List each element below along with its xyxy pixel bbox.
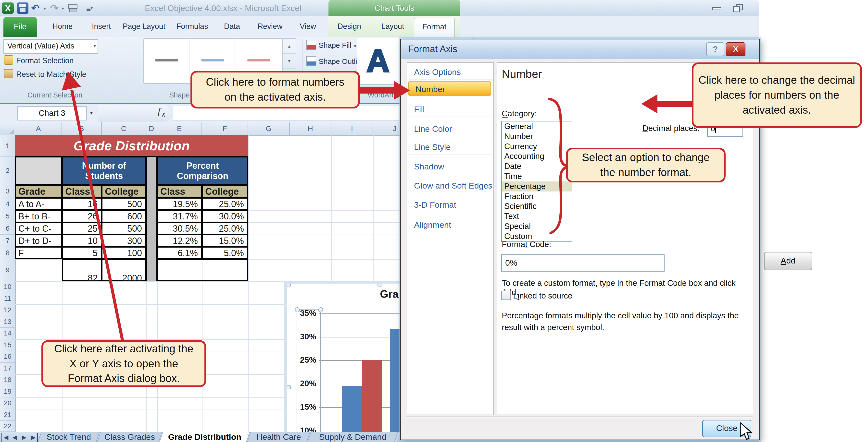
wordart-style-blue[interactable]: A — [360, 40, 396, 82]
category-option-currency[interactable]: Currency — [502, 141, 571, 151]
format-selection-button[interactable]: Format Selection — [4, 55, 73, 67]
row-header-18[interactable]: 18 — [0, 374, 16, 386]
row-header-6[interactable]: 6 — [0, 223, 16, 235]
row-header-5[interactable]: 5 — [0, 210, 16, 223]
sheet-tab-grade-distribution[interactable]: Grade Distribution — [159, 432, 250, 442]
tab-file[interactable]: File — [3, 17, 37, 37]
shape-style-option[interactable] — [144, 39, 190, 82]
column-header-C[interactable]: C — [102, 123, 146, 136]
dialog-title-bar[interactable]: Format Axis — [401, 39, 759, 59]
linked-to-source-checkbox[interactable] — [501, 291, 510, 300]
dialog-nav-number[interactable]: Number — [408, 81, 491, 96]
window-minimize-button[interactable] — [709, 3, 724, 13]
row-header-20[interactable]: 20 — [0, 398, 16, 409]
row-header-4[interactable]: 4 — [0, 198, 16, 210]
row-header-10[interactable]: 10 — [0, 281, 16, 293]
chevron-down-icon[interactable]: ▾ — [93, 40, 96, 53]
category-option-special[interactable]: Special — [502, 222, 571, 231]
column-header-D[interactable]: D — [146, 123, 157, 136]
column-header-G[interactable]: G — [248, 123, 290, 136]
first-sheet-icon[interactable]: ◀ — [1, 433, 10, 442]
tab-format[interactable]: Format — [414, 18, 455, 37]
tab-formulas[interactable]: Formulas — [173, 16, 212, 37]
dialog-nav-alignment[interactable]: Alignment — [407, 217, 493, 232]
bar-college-0[interactable] — [362, 360, 382, 442]
next-sheet-icon[interactable]: ▶ — [20, 433, 28, 442]
category-option-fraction[interactable]: Fraction — [502, 192, 571, 202]
category-option-number[interactable]: Number — [502, 132, 571, 141]
row-header-13[interactable]: 13 — [0, 316, 16, 328]
tab-design[interactable]: Design — [332, 16, 367, 37]
name-box-dropdown-icon[interactable]: ▾ — [86, 106, 97, 120]
close-button[interactable]: Close — [702, 420, 751, 437]
add-button[interactable]: Add — [764, 252, 812, 270]
tab-insert[interactable]: Insert — [88, 16, 115, 37]
row-header-19[interactable]: 19 — [0, 386, 16, 398]
column-header-E[interactable]: E — [157, 123, 202, 136]
sheet-tab-supply-demand[interactable]: Supply & Demand — [307, 432, 398, 442]
selection-handle[interactable] — [318, 307, 323, 312]
category-option-date[interactable]: Date — [502, 161, 571, 171]
row-header-17[interactable]: 17 — [0, 363, 16, 374]
category-option-time[interactable]: Time — [502, 171, 571, 181]
column-header-B[interactable]: B — [62, 123, 102, 136]
chart-frame-handle[interactable] — [286, 282, 291, 286]
category-option-general[interactable]: General — [502, 122, 571, 132]
row-header-14[interactable]: 14 — [0, 328, 16, 339]
column-header-A[interactable]: A — [15, 123, 62, 136]
row-header-22[interactable]: 22 — [0, 421, 16, 432]
gallery-scroll-down-icon[interactable]: ▾ — [283, 54, 296, 69]
previous-sheet-icon[interactable]: ◀ — [11, 433, 19, 442]
redo-dropdown-icon[interactable]: ▾ — [62, 6, 64, 11]
gallery-scroll-up-icon[interactable]: ▴ — [283, 39, 296, 54]
row-header-11[interactable]: 11 — [0, 293, 16, 305]
dialog-nav-line-color[interactable]: Line Color — [407, 121, 493, 136]
sheet-tab-health-care[interactable]: Health Care — [247, 432, 310, 442]
undo-dropdown-icon[interactable]: ▾ — [43, 6, 46, 11]
category-option-scientific[interactable]: Scientific — [502, 201, 571, 211]
insert-function-icon[interactable]: ƒx — [157, 105, 165, 118]
chart-elements-combo[interactable]: Vertical (Value) Axis ▾ — [3, 39, 98, 54]
excel-logo-icon[interactable]: X — [2, 2, 14, 14]
category-option-percentage[interactable]: Percentage — [502, 181, 571, 192]
dialog-nav-3-d-format[interactable]: 3-D Format — [407, 197, 493, 212]
selection-handle[interactable] — [295, 307, 300, 312]
sheet-tab-class-grades[interactable]: Class Grades — [97, 432, 162, 442]
window-restore-button[interactable] — [730, 3, 745, 13]
category-option-accounting[interactable]: Accounting — [502, 151, 571, 161]
row-header-1[interactable]: 1 — [0, 135, 16, 157]
dialog-nav-shadow[interactable]: Shadow — [407, 159, 493, 174]
last-sheet-icon[interactable]: ▶ — [29, 433, 38, 442]
chart-frame-handle[interactable] — [286, 385, 291, 389]
tab-page-layout[interactable]: Page Layout — [122, 16, 166, 37]
dialog-close-icon[interactable]: X — [726, 42, 745, 56]
row-header-21[interactable]: 21 — [0, 409, 16, 421]
row-header-12[interactable]: 12 — [0, 304, 16, 316]
tab-data[interactable]: Data — [219, 16, 245, 37]
redo-icon[interactable]: ↷ — [50, 2, 59, 14]
tab-view[interactable]: View — [294, 16, 321, 37]
dialog-nav-fill[interactable]: Fill — [407, 102, 493, 117]
column-header-F[interactable]: F — [202, 123, 248, 136]
print-icon[interactable] — [67, 2, 78, 14]
dialog-nav-line-style[interactable]: Line Style — [407, 139, 493, 155]
tab-layout[interactable]: Layout — [375, 16, 410, 37]
row-header-2[interactable]: 2 — [0, 157, 16, 185]
column-header-H[interactable]: H — [290, 123, 332, 136]
chart-frame-handle[interactable] — [377, 282, 382, 286]
row-header-16[interactable]: 16 — [0, 351, 16, 363]
category-listbox[interactable]: GeneralNumberCurrencyAccountingDateTimeP… — [501, 121, 572, 242]
dialog-help-button[interactable]: ? — [706, 42, 724, 56]
undo-icon[interactable]: ↶ — [31, 2, 40, 14]
column-header-I[interactable]: I — [332, 123, 373, 136]
row-header-3[interactable]: 3 — [0, 185, 16, 198]
row-header-7[interactable]: 7 — [0, 235, 16, 247]
dialog-nav-glow-and-soft-edges[interactable]: Glow and Soft Edges — [407, 178, 493, 193]
sheet-tab-stock-trend[interactable]: Stock Trend — [37, 432, 99, 442]
dialog-nav-axis-options[interactable]: Axis Options — [407, 64, 493, 79]
name-box[interactable]: Chart 3 — [17, 106, 87, 121]
category-option-text[interactable]: Text — [502, 211, 571, 222]
format-code-input[interactable]: 0% — [501, 254, 664, 272]
reset-to-match-style-button[interactable]: Reset to Match Style — [4, 69, 86, 80]
qat-customize-icon[interactable]: ▃▾ — [85, 2, 94, 14]
